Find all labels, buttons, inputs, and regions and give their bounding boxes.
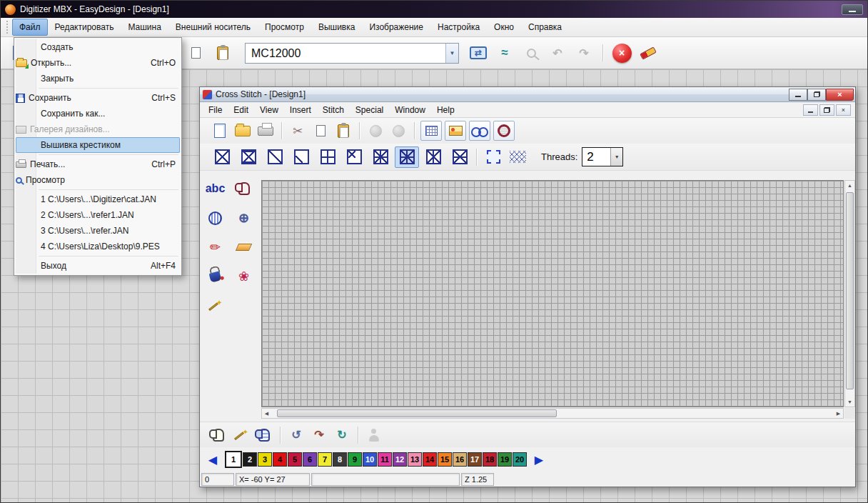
cs-circle-tool-2[interactable]: [387, 120, 410, 141]
fill-bucket-tool-button[interactable]: [202, 263, 228, 290]
lattice-fill-button[interactable]: [505, 146, 530, 168]
file-menu-item[interactable]: Просмотр: [16, 172, 180, 188]
glove-tool-button[interactable]: [253, 424, 276, 446]
scroll-down-arrow[interactable]: ▼: [845, 397, 854, 407]
palette-swatch[interactable]: 20: [513, 452, 527, 467]
palette-swatch[interactable]: 12: [393, 452, 407, 467]
pattern-circle-tool-button[interactable]: [202, 204, 228, 231]
document-minimize-button[interactable]: [803, 104, 818, 116]
main-menu-item[interactable]: Внешний носитель: [168, 19, 258, 36]
file-menu-item[interactable]: Сохранить как...: [16, 106, 180, 121]
cs-open-button[interactable]: [231, 120, 254, 141]
scroll-up-arrow[interactable]: ▲: [845, 181, 854, 190]
palette-swatch[interactable]: 14: [423, 452, 437, 467]
document-restore-button[interactable]: [819, 104, 834, 116]
palette-swatch[interactable]: 15: [438, 452, 452, 467]
main-menu-item[interactable]: Изображение: [362, 19, 430, 36]
stitch-type-button[interactable]: [395, 146, 419, 168]
vertical-scroll-track[interactable]: [845, 190, 854, 397]
palette-swatch[interactable]: 11: [378, 452, 392, 467]
palette-swatch[interactable]: 16: [453, 452, 467, 467]
cs-background-image-button[interactable]: [445, 121, 466, 141]
file-menu-item[interactable]: Открыть... Ctrl+O: [16, 55, 180, 71]
magic-select-button[interactable]: ✦: [230, 424, 253, 446]
stitch-simulate-button[interactable]: ≈: [493, 40, 517, 66]
palette-swatch[interactable]: 2: [243, 452, 257, 467]
mannequin-button[interactable]: [363, 424, 385, 446]
child-menu-item[interactable]: Stitch: [317, 103, 350, 117]
child-close-button[interactable]: ×: [826, 89, 854, 101]
pencil-tool-button[interactable]: ✏: [202, 234, 228, 261]
copy-design-button[interactable]: [183, 40, 208, 66]
child-menu-item[interactable]: File: [203, 103, 228, 117]
write-to-machine-button[interactable]: ⇄: [466, 40, 490, 66]
cs-paste-button[interactable]: [332, 120, 355, 141]
delete-all-button[interactable]: ×: [610, 40, 634, 66]
cs-copy-button[interactable]: [309, 120, 332, 141]
threads-combo[interactable]: 2 ▼: [582, 147, 623, 166]
machine-combo[interactable]: MC12000 ▼: [245, 43, 459, 64]
motif-tool-button[interactable]: ⊕: [231, 204, 257, 231]
palette-swatch[interactable]: 4: [273, 452, 287, 467]
child-menu-item[interactable]: Help: [431, 103, 460, 117]
main-menu-item[interactable]: Машина: [121, 19, 168, 36]
child-menu-item[interactable]: Special: [350, 103, 389, 117]
main-menu-item[interactable]: Редактировать: [48, 19, 121, 36]
horizontal-scrollbar[interactable]: ◀ ▶: [261, 408, 844, 419]
dropdown-arrow-icon[interactable]: ▼: [445, 44, 458, 63]
palette-swatch[interactable]: 8: [333, 452, 347, 467]
minimize-button[interactable]: [842, 4, 863, 15]
stitch-type-button[interactable]: [448, 146, 472, 168]
eraser-tool-button[interactable]: [231, 234, 257, 261]
select-marquee-button[interactable]: [481, 146, 505, 168]
main-menu-item[interactable]: Просмотр: [258, 19, 311, 36]
cs-grid-toggle-button[interactable]: [420, 121, 442, 141]
main-menu-item[interactable]: Файл: [12, 19, 48, 36]
child-titlebar[interactable]: Cross Stitch - [Design1] ×: [200, 87, 855, 102]
paste-design-button[interactable]: [211, 40, 235, 66]
redo-button[interactable]: ↷: [572, 40, 596, 66]
stitch-type-button[interactable]: [263, 146, 287, 168]
palette-swatch[interactable]: 1: [225, 451, 242, 468]
palette-swatch[interactable]: 7: [318, 452, 332, 467]
stitch-type-button[interactable]: [421, 146, 445, 168]
vertical-scrollbar[interactable]: ▲ ▼: [844, 180, 855, 407]
refresh-button[interactable]: ↻: [330, 424, 353, 446]
file-menu-item[interactable]: 4 C:\Users\Liza\Desktop\9.PES: [16, 239, 180, 254]
palette-swatch[interactable]: 6: [303, 452, 317, 467]
document-close-button[interactable]: ×: [836, 104, 851, 116]
palette-swatch[interactable]: 9: [348, 452, 362, 467]
flower-motif-button[interactable]: ❀: [231, 263, 257, 290]
stitch-type-button[interactable]: [316, 146, 340, 168]
dropdown-arrow-icon[interactable]: ▼: [610, 148, 622, 166]
palette-swatch[interactable]: 18: [483, 452, 497, 467]
stitch-type-button[interactable]: [289, 146, 313, 168]
file-menu-item[interactable]: Создать: [16, 39, 180, 55]
cs-hoop-button[interactable]: [493, 121, 515, 141]
rotate-cw-button[interactable]: ↷: [308, 424, 330, 446]
vertical-scroll-thumb[interactable]: [846, 192, 854, 389]
child-menu-item[interactable]: Edit: [228, 103, 254, 117]
horizontal-scroll-track[interactable]: [271, 409, 834, 418]
child-menu-item[interactable]: Window: [389, 103, 431, 117]
cs-circle-tool-1[interactable]: [364, 120, 387, 141]
stitch-canvas[interactable]: [261, 180, 844, 407]
file-menu-item[interactable]: 2 C:\Users\...\refer1.JAN: [16, 207, 180, 223]
palette-swatch[interactable]: 19: [498, 452, 512, 467]
file-menu-item[interactable]: Выход Alt+F4: [16, 258, 180, 274]
main-menu-item[interactable]: Вышивка: [311, 19, 363, 36]
file-menu-item[interactable]: 1 C:\Users\...\Digitizer\cat.JAN: [16, 191, 180, 207]
stitch-type-button[interactable]: [342, 146, 366, 168]
zoom-button[interactable]: [519, 40, 543, 66]
scroll-left-arrow[interactable]: ◀: [262, 409, 271, 418]
file-menu-item[interactable]: Галерея дизайнов...: [16, 121, 180, 137]
main-menu-item[interactable]: Справка: [521, 19, 569, 36]
child-menu-item[interactable]: Insert: [284, 103, 317, 117]
scroll-right-arrow[interactable]: ▶: [834, 409, 843, 418]
flower-wand-button[interactable]: ✦: [202, 292, 228, 319]
palette-swatch[interactable]: 5: [288, 452, 302, 467]
palette-swatch[interactable]: 3: [258, 452, 272, 467]
pan-tool-button[interactable]: [207, 424, 230, 446]
text-tool-button[interactable]: abc: [202, 175, 228, 202]
file-menu-item[interactable]: Сохранить Ctrl+S: [16, 90, 180, 106]
